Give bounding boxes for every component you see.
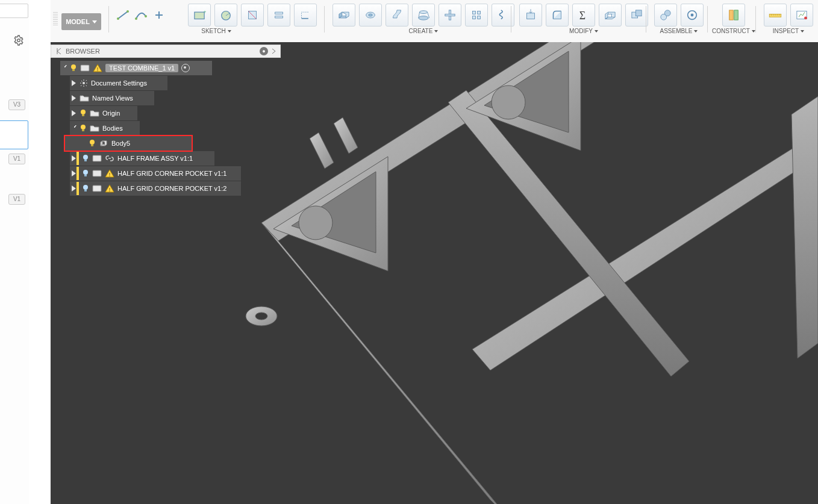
sidebar-field[interactable] (0, 4, 28, 18)
component-icon (92, 154, 102, 163)
web-tool[interactable] (465, 4, 488, 26)
tree-item-body5[interactable]: Body5 (65, 136, 192, 151)
measure-tool[interactable] (764, 4, 787, 26)
folder-icon (90, 109, 99, 117)
combine-tool[interactable] (625, 4, 648, 26)
active-stripe (76, 167, 79, 180)
lightbulb-icon[interactable] (80, 124, 87, 132)
sketch-palette[interactable] (267, 4, 290, 26)
construct-plane-tool[interactable] (722, 4, 745, 26)
folder-icon (90, 124, 99, 132)
tree-item-half-frame-assy[interactable]: HALF FRAME ASSY v1:1 (70, 151, 214, 166)
revolve-tool[interactable] (359, 4, 382, 26)
svg-text:!: ! (109, 172, 111, 178)
svg-rect-42 (81, 65, 89, 71)
tree-item-named-views[interactable]: Named Views (70, 91, 154, 105)
circle-tool[interactable] (214, 4, 237, 26)
vertical-divider (29, 0, 51, 504)
svg-rect-32 (734, 10, 738, 20)
dimension-tool[interactable] (294, 4, 317, 26)
selected-panel[interactable] (0, 120, 28, 149)
svg-rect-55 (84, 175, 87, 176)
tree-label: Bodies (102, 125, 123, 132)
activate-radio[interactable] (181, 64, 190, 72)
tree-label: HALF GRID CORNER POCKET v1:1 (117, 170, 226, 177)
svg-point-1 (117, 17, 119, 20)
extrude-tool[interactable] (333, 4, 355, 26)
svg-point-40 (71, 64, 76, 69)
tree-root[interactable]: ! TEST COMBINE_1 v1 (60, 61, 212, 75)
expand-toggle[interactable] (61, 65, 67, 71)
inspect-more[interactable] (790, 4, 813, 26)
svg-rect-60 (93, 185, 101, 191)
warning-icon: ! (105, 169, 114, 178)
svg-rect-24 (608, 14, 612, 17)
fillet-tool[interactable] (546, 4, 569, 26)
left-sidebar: V3 V1 V1 (0, 0, 30, 504)
line-tool[interactable] (116, 8, 130, 22)
svg-rect-26 (635, 10, 642, 16)
lightbulb-icon[interactable] (82, 184, 89, 193)
rib-tool[interactable] (439, 4, 461, 26)
expand-toggle[interactable] (70, 80, 76, 86)
browser-options[interactable]: ● (260, 47, 268, 55)
svg-point-28 (664, 10, 670, 16)
svg-rect-59 (84, 190, 87, 191)
svg-point-49 (90, 140, 95, 145)
tree-item-document-settings[interactable]: Document Settings (70, 76, 167, 90)
toolbar-separator (108, 6, 109, 33)
lightbulb-icon[interactable] (80, 109, 87, 117)
svg-point-36 (299, 206, 333, 240)
expand-toggle[interactable] (70, 125, 76, 131)
arc-tool[interactable] (134, 8, 148, 22)
shell-tool[interactable] (599, 4, 622, 26)
viewport-3d[interactable]: BROWSER ● ! TEST COMBINE_1 v1 Document S… (51, 42, 818, 504)
lightbulb-icon[interactable] (70, 64, 77, 72)
joint-tool[interactable] (654, 4, 677, 26)
svg-text:Σ: Σ (579, 10, 585, 22)
lightbulb-icon[interactable] (82, 154, 89, 163)
toolbar-separator (707, 6, 708, 33)
svg-point-51 (83, 155, 88, 160)
expand-toggle[interactable] (70, 155, 76, 161)
gear-icon[interactable] (13, 35, 24, 46)
sweep-tool[interactable] (386, 4, 408, 26)
tree-label: Origin (102, 110, 120, 117)
tree-item-origin[interactable]: Origin (70, 106, 137, 120)
tree-item-corner-pocket-2[interactable]: ! HALF GRID CORNER POCKET v1:2 (70, 181, 241, 196)
toolbar-grip[interactable] (53, 12, 58, 26)
toolbar-group-create: CREATE (329, 4, 518, 34)
loft-tool[interactable] (412, 4, 435, 26)
browser-header[interactable]: BROWSER ● (51, 45, 281, 58)
svg-rect-48 (82, 129, 84, 131)
group-label: SKETCH (201, 28, 226, 34)
expand-toggle[interactable] (70, 95, 76, 101)
expand-toggle[interactable] (70, 185, 76, 191)
expand-toggle[interactable] (70, 110, 76, 116)
root-label: TEST COMBINE_1 v1 (105, 64, 178, 72)
collapse-icon (55, 48, 62, 54)
sigma-tool[interactable]: Σ (572, 4, 595, 26)
press-pull-tool[interactable] (519, 4, 542, 26)
svg-rect-19 (478, 11, 481, 14)
version-badge: V3 (8, 99, 25, 110)
expand-toggle[interactable] (70, 170, 76, 176)
point-tool[interactable] (152, 8, 166, 22)
as-built-joint-tool[interactable] (681, 4, 704, 26)
tree-item-bodies[interactable]: Bodies (70, 121, 140, 135)
browser-panel: BROWSER ● ! TEST COMBINE_1 v1 Document S… (51, 45, 281, 196)
toolbar-group-sketch: ＋ SKETCH (112, 4, 320, 34)
chevron-down-icon (228, 30, 231, 33)
version-badge: V1 (8, 194, 25, 205)
workspace-switcher[interactable]: MODEL (61, 13, 101, 30)
toolbar-separator (324, 6, 325, 33)
lightbulb-icon[interactable] (82, 169, 89, 178)
lightbulb-icon[interactable] (89, 139, 96, 148)
rectangle-tool[interactable]: ＋ (188, 4, 211, 26)
trim-tool[interactable] (241, 4, 264, 26)
svg-rect-50 (91, 145, 93, 146)
tree-item-corner-pocket-1[interactable]: ! HALF GRID CORNER POCKET v1:1 (70, 166, 241, 181)
chevron-down-icon (801, 30, 804, 33)
sketch-more[interactable] (170, 8, 184, 22)
toolbar-group-construct: CONSTRUCT (712, 4, 755, 34)
